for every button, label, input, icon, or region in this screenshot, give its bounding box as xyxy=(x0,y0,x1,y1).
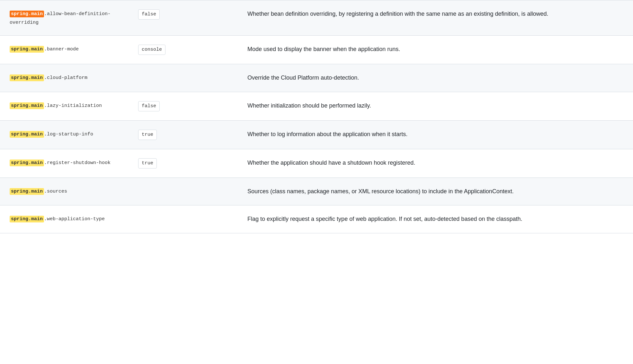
property-suffix: .banner-mode xyxy=(44,47,79,52)
property-prefix: spring.main xyxy=(10,102,44,109)
property-prefix: spring.main xyxy=(10,160,44,166)
table-row: spring.main.banner-modeconsoleMode used … xyxy=(0,36,633,64)
description-cell: Flag to explicitly request a specific ty… xyxy=(238,205,633,233)
default-cell: true xyxy=(129,120,238,149)
property-prefix: spring.main xyxy=(10,188,44,195)
property-suffix: .web-application-type xyxy=(44,216,105,222)
table-row: spring.main.register-shutdown-hooktrueWh… xyxy=(0,149,633,178)
table-row: spring.main.lazy-initializationfalseWhet… xyxy=(0,92,633,120)
properties-table: spring.main.allow-bean-definition-overri… xyxy=(0,0,633,233)
table-row: spring.main.log-startup-infotrueWhether … xyxy=(0,120,633,149)
default-value-badge: false xyxy=(138,101,160,111)
property-prefix: spring.main xyxy=(10,46,44,53)
property-cell: spring.main.lazy-initialization xyxy=(0,92,129,120)
description-cell: Whether the application should have a sh… xyxy=(238,149,633,178)
description-cell: Whether bean definition overriding, by r… xyxy=(238,0,633,36)
table-row: spring.main.web-application-typeFlag to … xyxy=(0,205,633,233)
property-suffix: .cloud-platform xyxy=(44,75,87,81)
property-suffix: .log-startup-info xyxy=(44,132,93,137)
description-cell: Whether initialization should be perform… xyxy=(238,92,633,120)
property-cell: spring.main.web-application-type xyxy=(0,205,129,233)
table-row: spring.main.allow-bean-definition-overri… xyxy=(0,0,633,36)
property-suffix: .lazy-initialization xyxy=(44,103,102,108)
default-value-badge: true xyxy=(138,130,157,140)
table-row: spring.main.sourcesSources (class names,… xyxy=(0,178,633,205)
property-cell: spring.main.banner-mode xyxy=(0,36,129,64)
table-row: spring.main.cloud-platformOverride the C… xyxy=(0,64,633,92)
property-cell: spring.main.register-shutdown-hook xyxy=(0,149,129,178)
default-cell: true xyxy=(129,149,238,178)
default-cell xyxy=(129,64,238,92)
property-prefix: spring.main xyxy=(10,131,44,138)
property-prefix: spring.main xyxy=(10,216,44,222)
property-cell: spring.main.cloud-platform xyxy=(0,64,129,92)
description-cell: Mode used to display the banner when the… xyxy=(238,36,633,64)
property-cell: spring.main.allow-bean-definition-overri… xyxy=(0,0,129,36)
default-cell xyxy=(129,178,238,205)
description-cell: Sources (class names, package names, or … xyxy=(238,178,633,205)
default-cell: false xyxy=(129,92,238,120)
property-prefix: spring.main xyxy=(10,74,44,81)
property-suffix: .register-shutdown-hook xyxy=(44,160,111,166)
description-cell: Override the Cloud Platform auto-detecti… xyxy=(238,64,633,92)
default-cell xyxy=(129,205,238,233)
description-cell: Whether to log information about the app… xyxy=(238,120,633,149)
property-cell: spring.main.sources xyxy=(0,178,129,205)
default-value-badge: false xyxy=(138,9,160,20)
property-cell: spring.main.log-startup-info xyxy=(0,120,129,149)
property-prefix: spring.main xyxy=(10,11,44,17)
default-cell: console xyxy=(129,36,238,64)
default-cell: false xyxy=(129,0,238,36)
default-value-badge: console xyxy=(138,45,165,55)
property-suffix: .sources xyxy=(44,189,67,194)
default-value-badge: true xyxy=(138,158,157,169)
